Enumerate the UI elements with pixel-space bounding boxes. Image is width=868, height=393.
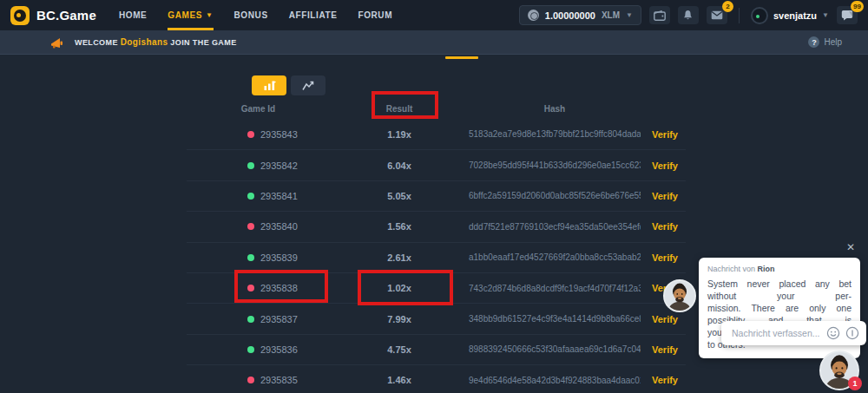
game-id-cell: 2935843 bbox=[187, 129, 330, 140]
table-row: 2935837 7.99x 348bb9db61527e4c9f3e4a1414… bbox=[187, 303, 686, 333]
result-value: 2.61x bbox=[330, 252, 469, 263]
game-id: 2935838 bbox=[260, 283, 298, 293]
game-id-cell: 2935836 bbox=[187, 344, 330, 355]
result-value: 4.75x bbox=[330, 344, 469, 355]
table-row: 2935843 1.19x 5183a2ea7e9d8e13fb79bbf21b… bbox=[187, 119, 686, 149]
result-value: 7.99x bbox=[330, 314, 469, 324]
table-row: 2935835 1.46x 9e4d6546d4e58a42d3b4f92488… bbox=[187, 364, 686, 393]
header-hash: Hash bbox=[469, 104, 641, 114]
close-icon[interactable]: ✕ bbox=[846, 242, 855, 252]
status-dot bbox=[247, 346, 254, 353]
table-row: 2935840 1.56x ddd7f521e87769103ecf94ea35… bbox=[187, 211, 686, 241]
hash-value: 348bb9db61527e4c9f3e4a1414d9b8ba66ce8970… bbox=[469, 314, 641, 324]
welcome-message: WELCOME Dogishans JOIN THE GAME bbox=[75, 37, 237, 47]
help-icon: ? bbox=[808, 36, 819, 48]
emoji-icon[interactable] bbox=[826, 326, 840, 340]
balance-currency: XLM bbox=[602, 10, 620, 20]
verify-link[interactable]: Verify bbox=[641, 314, 686, 324]
game-id: 2935839 bbox=[260, 252, 298, 263]
status-dot bbox=[247, 223, 254, 230]
wallet-button[interactable] bbox=[649, 6, 670, 24]
bc-game-page: BC.Game HOME GAMES▼ BONUS AFFILIATE FORU… bbox=[0, 0, 868, 393]
result-value: 1.46x bbox=[330, 375, 469, 385]
messages-button[interactable]: 2 bbox=[707, 6, 727, 24]
game-id: 2935842 bbox=[260, 160, 298, 171]
view-toggle bbox=[252, 75, 326, 95]
hash-value: ddd7f521e87769103ecf94ea35da50ee354efd1c… bbox=[469, 222, 641, 232]
result-value: 6.04x bbox=[330, 160, 469, 171]
game-id: 2935836 bbox=[260, 344, 298, 355]
verify-link[interactable]: Verify bbox=[641, 129, 686, 140]
verify-link[interactable]: Verify bbox=[641, 344, 686, 355]
brand-logo-icon bbox=[10, 6, 30, 25]
sender-avatar bbox=[663, 279, 696, 312]
game-table-rows: 2935843 1.19x 5183a2ea7e9d8e13fb79bbf21b… bbox=[187, 119, 686, 393]
divider bbox=[739, 8, 740, 23]
trend-chart-icon bbox=[302, 81, 315, 91]
nav-item-affiliate[interactable]: AFFILIATE bbox=[289, 0, 338, 30]
balance-selector[interactable]: 1.00000000 XLM ▼ bbox=[519, 5, 641, 25]
user-menu[interactable]: svenjatzu ▼ bbox=[751, 7, 829, 24]
info-icon[interactable] bbox=[845, 326, 859, 340]
status-dot bbox=[247, 193, 254, 200]
table-row: 2935841 5.05x 6bffc2a59159d2060d0abc85f5… bbox=[187, 180, 686, 211]
status-dot bbox=[247, 162, 254, 169]
chat-bubble-icon bbox=[841, 10, 853, 21]
status-dot bbox=[247, 254, 254, 261]
nav-item-bonus[interactable]: BONUS bbox=[234, 0, 268, 30]
table-header: Game Id Result Hash bbox=[187, 98, 686, 119]
hash-value: 9e4d6546d4e58a42d3b4f924883baa4daac019ce… bbox=[469, 376, 641, 385]
verify-link[interactable]: Verify bbox=[641, 191, 686, 201]
game-id: 2935841 bbox=[260, 191, 298, 201]
game-id-cell: 2935835 bbox=[187, 375, 330, 385]
mail-badge: 2 bbox=[722, 1, 733, 12]
hash-value: 8988392450666c53f30afaaaea69c1d6a7c0407e… bbox=[469, 344, 641, 354]
verify-link[interactable]: Verify bbox=[641, 221, 686, 232]
game-id: 2935835 bbox=[260, 375, 298, 385]
welcome-player-name: Dogishans bbox=[121, 37, 168, 47]
header-result: Result bbox=[330, 104, 469, 114]
game-id-cell: 2935838 bbox=[187, 283, 330, 293]
game-id-cell: 2935839 bbox=[187, 252, 330, 263]
active-tab-indicator bbox=[445, 56, 478, 59]
list-view-button[interactable] bbox=[252, 75, 286, 95]
status-dot bbox=[247, 377, 254, 383]
brand-name: BC.Game bbox=[36, 8, 96, 23]
table-row: 2935836 4.75x 8988392450666c53f30afaaaea… bbox=[187, 334, 686, 364]
nav-item-home[interactable]: HOME bbox=[119, 0, 147, 30]
username: svenjatzu bbox=[773, 10, 817, 21]
chat-input-bar bbox=[721, 321, 866, 345]
verify-link[interactable]: Verify bbox=[641, 375, 686, 385]
game-id-cell: 2935842 bbox=[187, 160, 330, 171]
game-id: 2935840 bbox=[260, 221, 298, 232]
chevron-down-icon: ▼ bbox=[626, 11, 633, 19]
nav-item-forum[interactable]: FORUM bbox=[358, 0, 392, 30]
status-dot bbox=[247, 316, 254, 323]
trend-view-button[interactable] bbox=[291, 75, 326, 95]
chat-message-input[interactable] bbox=[732, 328, 821, 338]
chat-button[interactable]: 99 bbox=[837, 6, 858, 24]
verify-link[interactable]: Verify bbox=[641, 160, 686, 171]
chat-sender-name: Rion bbox=[758, 265, 775, 273]
welcome-bar: WELCOME Dogishans JOIN THE GAME ? Help bbox=[0, 30, 868, 55]
brand-logo[interactable]: BC.Game bbox=[10, 6, 96, 25]
game-id: 2935837 bbox=[260, 314, 298, 324]
megaphone-icon bbox=[50, 36, 64, 49]
result-value: 1.02x bbox=[330, 283, 469, 293]
top-nav: BC.Game HOME GAMES▼ BONUS AFFILIATE FORU… bbox=[0, 0, 868, 30]
bar-chart-icon bbox=[263, 80, 276, 91]
chat-from-line: Nachricht von Rion bbox=[707, 265, 852, 273]
table-row: 2935839 2.61x a1bb0eaaf17ed4527669f2a0bb… bbox=[187, 242, 686, 272]
game-id-cell: 2935840 bbox=[187, 221, 330, 232]
nav-item-games[interactable]: GAMES▼ bbox=[168, 0, 213, 30]
help-button[interactable]: ? Help bbox=[808, 36, 842, 48]
verify-link[interactable]: Verify bbox=[641, 252, 686, 263]
game-id-cell: 2935841 bbox=[187, 191, 330, 201]
coin-icon bbox=[528, 10, 539, 21]
wallet-icon bbox=[654, 10, 666, 21]
balance-amount: 1.00000000 bbox=[545, 10, 595, 21]
notifications-button[interactable] bbox=[678, 6, 699, 24]
hash-value: 743c2d874b6d8a8dcdf9fc19acf4d70f74f12a38… bbox=[469, 284, 641, 293]
game-id: 2935843 bbox=[260, 129, 298, 140]
game-id-cell: 2935837 bbox=[187, 314, 330, 324]
